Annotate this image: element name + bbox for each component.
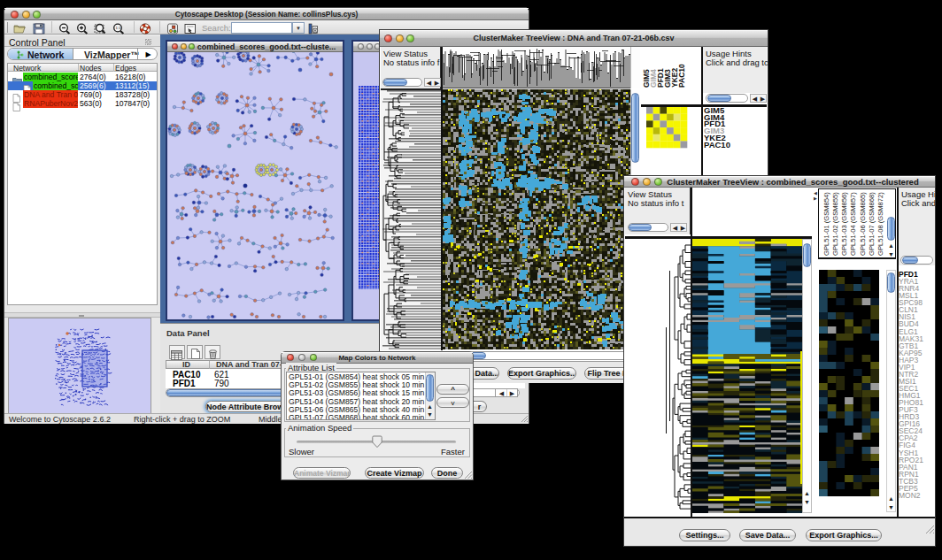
svg-text:GPL51-02 (GSM855): GPL51-02 (GSM855): [831, 192, 839, 256]
svg-text:GPL51-04 (GSM857): GPL51-04 (GSM857): [849, 192, 857, 256]
svg-text:GPL51-01 (GSM854): GPL51-01 (GSM854): [822, 192, 830, 256]
svg-text:GPL51-07 (GSM868): GPL51-07 (GSM868): [868, 192, 876, 256]
svg-text:GPL51-03 (GSM856): GPL51-03 (GSM856): [840, 192, 848, 256]
svg-text:GPL51-06 (GSM865): GPL51-06 (GSM865): [859, 192, 867, 256]
svg-text:GPL51-08 (GSM872): GPL51-08 (GSM872): [876, 192, 884, 256]
svg-text:PAC10: PAC10: [677, 64, 686, 88]
svg-text:1:1: 1:1: [115, 26, 120, 30]
